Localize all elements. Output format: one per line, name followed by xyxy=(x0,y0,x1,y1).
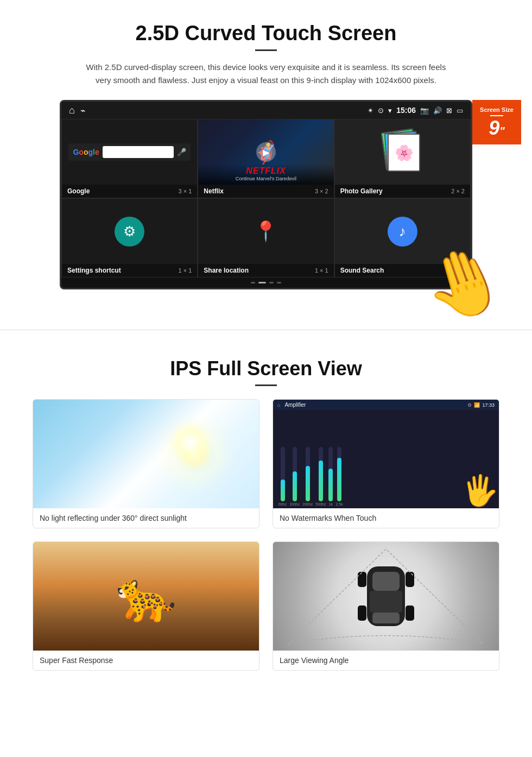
sound-label: Sound Search 1 × 1 xyxy=(335,264,470,277)
app-grid-row1: Google 🎤 Google 3 × 1 xyxy=(61,119,471,198)
screen-size-badge: Screen Size 9" xyxy=(472,100,521,144)
photos-cell-top: 🌸 xyxy=(335,119,470,185)
photos-app-name: Photo Gallery xyxy=(340,187,383,195)
cheetah-label: Super Fast Response xyxy=(33,651,259,670)
google-logo: Google xyxy=(73,148,99,156)
sound-cell-top: ♪ xyxy=(335,199,470,264)
sunlight-label: No light reflecting under 360° direct su… xyxy=(33,508,259,528)
sun-glow xyxy=(176,435,214,473)
device-screen: ⌂ ⌁ ✴ ⊙ ▾ 15:06 📷 🔊 ⊠ ▭ xyxy=(60,100,472,289)
eq-bar-60hz: 60hz xyxy=(278,447,287,506)
netflix-label: Netflix 3 × 2 xyxy=(198,185,333,198)
volume-icon: 🔊 xyxy=(433,106,442,115)
status-time: 15:06 xyxy=(396,106,416,115)
feature-grid: No light reflecting under 360° direct su… xyxy=(33,399,499,671)
share-location-content: 📍 xyxy=(198,199,333,264)
car-container xyxy=(273,542,499,651)
netflix-overlay: NETFLIX Continue Marvel's Daredevil xyxy=(198,164,333,185)
section1-title: 2.5D Curved Touch Screen xyxy=(33,22,499,45)
photo-card-3: 🌸 xyxy=(388,134,420,172)
dot-1 xyxy=(251,282,255,283)
app-cell-google[interactable]: Google 🎤 Google 3 × 1 xyxy=(61,119,198,198)
window-icon: ▭ xyxy=(457,106,463,115)
amp-header: ⌂ Amplifier ⚙ 📶 17:33 xyxy=(273,400,499,410)
sound-app-name: Sound Search xyxy=(340,267,384,274)
amp-home-icon: ⌂ xyxy=(277,402,280,408)
sound-search-content: ♪ xyxy=(335,199,470,264)
dot-4 xyxy=(277,282,281,283)
amplifier-label: No Watermarks When Touch xyxy=(273,508,499,528)
viewing-angle-svg xyxy=(273,542,499,651)
badge-label: Screen Size xyxy=(480,106,514,113)
section1-description: With 2.5D curved-display screen, this de… xyxy=(81,61,451,87)
section1-divider xyxy=(255,49,277,51)
google-search-bar-container: Google 🎤 xyxy=(68,143,190,161)
google-label: Google 3 × 1 xyxy=(62,185,197,198)
feature-card-sunlight: No light reflecting under 360° direct su… xyxy=(33,399,259,528)
amp-body: 60hz 100hz 200hz xyxy=(273,410,499,508)
location-icon: ⊙ xyxy=(378,106,384,115)
app-cell-netflix[interactable]: 🦸 ▶ NETFLIX Continue Marvel's Daredevil … xyxy=(198,119,334,198)
badge-size: 9" xyxy=(480,118,514,138)
eq-bar-2-5k: 2.5k xyxy=(335,447,343,506)
netflix-logo: NETFLIX xyxy=(202,166,329,176)
touch-hand-icon: 🖐 xyxy=(461,473,499,508)
app-cell-photos[interactable]: 🌸 Photo Gallery 2 × 2 xyxy=(334,119,471,198)
mic-icon: 🎤 xyxy=(177,148,186,156)
netflix-scene: 🦸 ▶ NETFLIX Continue Marvel's Daredevil xyxy=(198,119,333,185)
google-app-size: 3 × 1 xyxy=(179,188,192,194)
status-bar: ⌂ ⌁ ✴ ⊙ ▾ 15:06 📷 🔊 ⊠ ▭ xyxy=(61,102,471,119)
status-bar-right: ✴ ⊙ ▾ 15:06 📷 🔊 ⊠ ▭ xyxy=(368,106,463,115)
google-cell-top: Google 🎤 xyxy=(62,119,197,185)
netflix-cell-top: 🦸 ▶ NETFLIX Continue Marvel's Daredevil xyxy=(198,119,333,185)
settings-app-name: Settings shortcut xyxy=(67,267,121,274)
music-icon-circle: ♪ xyxy=(388,217,417,247)
section2-title: IPS Full Screen View xyxy=(33,357,499,380)
sunlight-image xyxy=(33,400,259,508)
settings-icon-circle: ⚙ xyxy=(115,217,144,247)
photo-gallery-content: 🌸 xyxy=(335,119,470,185)
amp-title: Amplifier xyxy=(284,402,306,408)
car-label: Large Viewing Angle xyxy=(273,651,499,670)
photos-app-size: 2 × 2 xyxy=(451,188,465,194)
photo-stack: 🌸 xyxy=(383,130,421,174)
app-grid-row2: ⚙ Settings shortcut 1 × 1 📍 S xyxy=(61,198,471,277)
device-wrapper: Screen Size 9" ⌂ ⌁ ✴ ⊙ ▾ 15:06 📷 🔊 xyxy=(60,100,472,289)
location-app-size: 1 × 1 xyxy=(315,267,328,274)
google-search-bar[interactable] xyxy=(103,146,174,158)
car-image xyxy=(273,542,499,651)
section-ips: IPS Full Screen View No light reflecting… xyxy=(0,352,532,692)
wifi-icon: ▾ xyxy=(388,106,392,115)
cheetah-icon: 🐆 xyxy=(33,542,259,651)
location-label: Share location 1 × 1 xyxy=(198,264,333,277)
photos-label: Photo Gallery 2 × 2 xyxy=(335,185,470,198)
dot-3 xyxy=(269,282,274,283)
location-app-name: Share location xyxy=(204,267,249,274)
netflix-app-size: 3 × 2 xyxy=(315,188,328,194)
google-app-name: Google xyxy=(67,187,90,195)
cheetah-image: 🐆 xyxy=(33,542,259,651)
settings-app-size: 1 × 1 xyxy=(179,267,192,274)
eq-bar-1k: 1k xyxy=(328,447,333,506)
pagination-dots xyxy=(61,277,471,288)
app-cell-settings[interactable]: ⚙ Settings shortcut 1 × 1 xyxy=(61,198,198,277)
amp-icons: ⚙ 📶 17:33 xyxy=(467,402,495,408)
page-divider xyxy=(0,330,532,330)
app-cell-sound[interactable]: ♪ Sound Search 1 × 1 xyxy=(334,198,471,277)
status-bar-left: ⌂ ⌁ xyxy=(69,105,86,116)
bluetooth-icon: ✴ xyxy=(368,106,373,115)
section2-divider xyxy=(255,384,277,386)
maps-icon: 📍 xyxy=(254,220,278,243)
settings-cell-top: ⚙ xyxy=(62,199,197,264)
play-button[interactable]: ▶ xyxy=(256,142,276,162)
feature-card-cheetah: 🐆 Super Fast Response xyxy=(33,541,259,671)
settings-label: Settings shortcut 1 × 1 xyxy=(62,264,197,277)
netflix-subtitle: Continue Marvel's Daredevil xyxy=(202,176,329,181)
dot-2 xyxy=(258,282,266,283)
app-cell-location[interactable]: 📍 Share location 1 × 1 xyxy=(198,198,334,277)
x-icon: ⊠ xyxy=(446,106,452,115)
eq-bar-500hz: 500hz xyxy=(315,447,326,506)
amplifier-image: ⌂ Amplifier ⚙ 📶 17:33 xyxy=(273,400,499,508)
location-cell-top: 📍 xyxy=(198,199,333,264)
section-curved: 2.5D Curved Touch Screen With 2.5D curve… xyxy=(0,0,532,308)
